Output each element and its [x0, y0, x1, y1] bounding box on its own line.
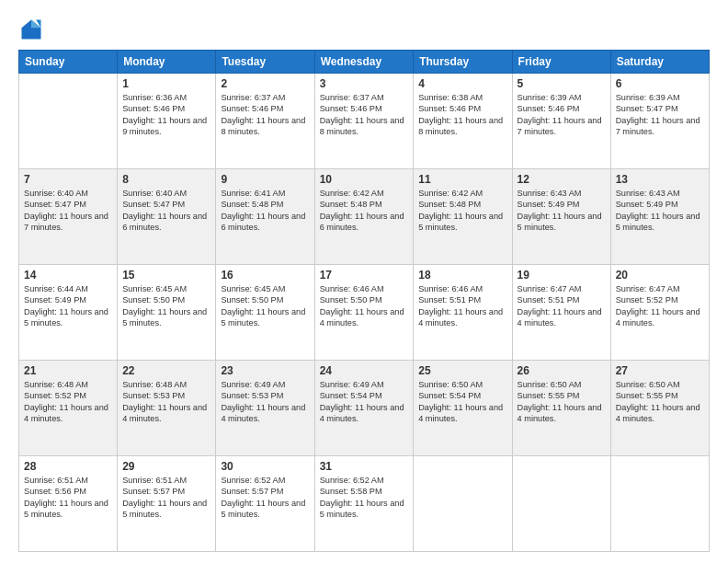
day-info: Sunrise: 6:45 AM Sunset: 5:50 PM Dayligh… [221, 283, 309, 329]
day-info: Sunrise: 6:50 AM Sunset: 5:55 PM Dayligh… [616, 379, 704, 425]
day-number: 25 [418, 364, 506, 377]
calendar-cell: 18Sunrise: 6:46 AM Sunset: 5:51 PM Dayli… [414, 265, 512, 361]
weekday-header: Wednesday [314, 51, 414, 74]
day-info: Sunrise: 6:49 AM Sunset: 5:54 PM Dayligh… [320, 379, 409, 425]
calendar-cell: 10Sunrise: 6:42 AM Sunset: 5:48 PM Dayli… [314, 169, 414, 265]
day-info: Sunrise: 6:46 AM Sunset: 5:50 PM Dayligh… [320, 283, 409, 329]
logo-icon [18, 17, 44, 42]
calendar-cell [414, 456, 512, 552]
day-number: 27 [616, 364, 704, 377]
calendar-week-row: 14Sunrise: 6:44 AM Sunset: 5:49 PM Dayli… [19, 265, 710, 361]
day-info: Sunrise: 6:40 AM Sunset: 5:47 PM Dayligh… [24, 188, 112, 234]
day-number: 18 [418, 269, 506, 282]
calendar-cell: 14Sunrise: 6:44 AM Sunset: 5:49 PM Dayli… [19, 265, 118, 361]
calendar-cell: 20Sunrise: 6:47 AM Sunset: 5:52 PM Dayli… [610, 265, 709, 361]
weekday-header: Friday [512, 51, 610, 74]
day-number: 5 [518, 77, 606, 90]
calendar-header-row: SundayMondayTuesdayWednesdayThursdayFrid… [19, 51, 710, 74]
day-number: 30 [221, 460, 309, 473]
day-number: 26 [518, 364, 606, 377]
calendar-cell [610, 456, 709, 552]
day-info: Sunrise: 6:37 AM Sunset: 5:46 PM Dayligh… [320, 92, 409, 138]
calendar-cell: 19Sunrise: 6:47 AM Sunset: 5:51 PM Dayli… [512, 265, 610, 361]
page: SundayMondayTuesdayWednesdayThursdayFrid… [0, 0, 728, 563]
calendar-cell: 6Sunrise: 6:39 AM Sunset: 5:47 PM Daylig… [610, 74, 709, 169]
calendar-cell: 15Sunrise: 6:45 AM Sunset: 5:50 PM Dayli… [118, 265, 216, 361]
day-number: 10 [320, 173, 409, 186]
day-info: Sunrise: 6:48 AM Sunset: 5:53 PM Dayligh… [122, 379, 210, 425]
weekday-header: Monday [118, 51, 216, 74]
calendar-cell: 25Sunrise: 6:50 AM Sunset: 5:54 PM Dayli… [414, 361, 512, 456]
calendar-cell: 1Sunrise: 6:36 AM Sunset: 5:46 PM Daylig… [118, 74, 216, 169]
calendar-cell: 4Sunrise: 6:38 AM Sunset: 5:46 PM Daylig… [414, 74, 512, 169]
day-info: Sunrise: 6:43 AM Sunset: 5:49 PM Dayligh… [616, 188, 704, 234]
calendar-cell: 21Sunrise: 6:48 AM Sunset: 5:52 PM Dayli… [19, 361, 118, 456]
calendar-cell: 16Sunrise: 6:45 AM Sunset: 5:50 PM Dayli… [216, 265, 314, 361]
day-info: Sunrise: 6:42 AM Sunset: 5:48 PM Dayligh… [320, 188, 409, 234]
day-info: Sunrise: 6:36 AM Sunset: 5:46 PM Dayligh… [122, 92, 210, 138]
calendar-cell: 23Sunrise: 6:49 AM Sunset: 5:53 PM Dayli… [216, 361, 314, 456]
day-info: Sunrise: 6:41 AM Sunset: 5:48 PM Dayligh… [221, 188, 309, 234]
logo [18, 17, 48, 42]
calendar-cell: 13Sunrise: 6:43 AM Sunset: 5:49 PM Dayli… [610, 169, 709, 265]
calendar-cell: 28Sunrise: 6:51 AM Sunset: 5:56 PM Dayli… [19, 456, 118, 552]
day-info: Sunrise: 6:39 AM Sunset: 5:47 PM Dayligh… [616, 92, 704, 138]
day-number: 11 [418, 173, 506, 186]
day-info: Sunrise: 6:45 AM Sunset: 5:50 PM Dayligh… [122, 283, 210, 329]
calendar-cell: 27Sunrise: 6:50 AM Sunset: 5:55 PM Dayli… [610, 361, 709, 456]
calendar-cell: 3Sunrise: 6:37 AM Sunset: 5:46 PM Daylig… [314, 74, 414, 169]
day-info: Sunrise: 6:43 AM Sunset: 5:49 PM Dayligh… [518, 188, 606, 234]
day-number: 3 [320, 77, 409, 90]
calendar-cell: 9Sunrise: 6:41 AM Sunset: 5:48 PM Daylig… [216, 169, 314, 265]
calendar-cell: 12Sunrise: 6:43 AM Sunset: 5:49 PM Dayli… [512, 169, 610, 265]
day-number: 31 [320, 460, 409, 473]
day-number: 2 [221, 77, 309, 90]
calendar-cell: 22Sunrise: 6:48 AM Sunset: 5:53 PM Dayli… [118, 361, 216, 456]
calendar-cell: 26Sunrise: 6:50 AM Sunset: 5:55 PM Dayli… [512, 361, 610, 456]
calendar-cell: 8Sunrise: 6:40 AM Sunset: 5:47 PM Daylig… [118, 169, 216, 265]
day-info: Sunrise: 6:38 AM Sunset: 5:46 PM Dayligh… [418, 92, 506, 138]
weekday-header: Thursday [414, 51, 512, 74]
calendar-cell: 17Sunrise: 6:46 AM Sunset: 5:50 PM Dayli… [314, 265, 414, 361]
day-number: 22 [122, 364, 210, 377]
day-number: 9 [221, 173, 309, 186]
day-info: Sunrise: 6:40 AM Sunset: 5:47 PM Dayligh… [122, 188, 210, 234]
day-number: 21 [24, 364, 112, 377]
day-number: 28 [24, 460, 112, 473]
day-number: 15 [122, 269, 210, 282]
day-number: 1 [122, 77, 210, 90]
calendar-week-row: 7Sunrise: 6:40 AM Sunset: 5:47 PM Daylig… [19, 169, 710, 265]
day-number: 6 [616, 77, 704, 90]
day-info: Sunrise: 6:47 AM Sunset: 5:52 PM Dayligh… [616, 283, 704, 329]
day-number: 16 [221, 269, 309, 282]
weekday-header: Saturday [610, 51, 709, 74]
calendar-cell: 5Sunrise: 6:39 AM Sunset: 5:46 PM Daylig… [512, 74, 610, 169]
day-info: Sunrise: 6:51 AM Sunset: 5:57 PM Dayligh… [122, 475, 210, 521]
day-info: Sunrise: 6:37 AM Sunset: 5:46 PM Dayligh… [221, 92, 309, 138]
day-info: Sunrise: 6:47 AM Sunset: 5:51 PM Dayligh… [518, 283, 606, 329]
day-number: 14 [24, 269, 112, 282]
calendar-cell: 2Sunrise: 6:37 AM Sunset: 5:46 PM Daylig… [216, 74, 314, 169]
day-info: Sunrise: 6:51 AM Sunset: 5:56 PM Dayligh… [24, 475, 112, 521]
day-number: 8 [122, 173, 210, 186]
day-number: 13 [616, 173, 704, 186]
weekday-header: Tuesday [216, 51, 314, 74]
day-number: 23 [221, 364, 309, 377]
calendar-week-row: 21Sunrise: 6:48 AM Sunset: 5:52 PM Dayli… [19, 361, 710, 456]
calendar-table: SundayMondayTuesdayWednesdayThursdayFrid… [18, 50, 710, 552]
day-info: Sunrise: 6:52 AM Sunset: 5:58 PM Dayligh… [320, 475, 409, 521]
calendar-cell: 24Sunrise: 6:49 AM Sunset: 5:54 PM Dayli… [314, 361, 414, 456]
day-number: 24 [320, 364, 409, 377]
calendar-cell [512, 456, 610, 552]
day-info: Sunrise: 6:46 AM Sunset: 5:51 PM Dayligh… [418, 283, 506, 329]
day-info: Sunrise: 6:50 AM Sunset: 5:54 PM Dayligh… [418, 379, 506, 425]
day-info: Sunrise: 6:39 AM Sunset: 5:46 PM Dayligh… [518, 92, 606, 138]
calendar-cell: 31Sunrise: 6:52 AM Sunset: 5:58 PM Dayli… [314, 456, 414, 552]
day-info: Sunrise: 6:42 AM Sunset: 5:48 PM Dayligh… [418, 188, 506, 234]
calendar-cell: 30Sunrise: 6:52 AM Sunset: 5:57 PM Dayli… [216, 456, 314, 552]
header [18, 17, 710, 42]
day-info: Sunrise: 6:52 AM Sunset: 5:57 PM Dayligh… [221, 475, 309, 521]
calendar-cell: 29Sunrise: 6:51 AM Sunset: 5:57 PM Dayli… [118, 456, 216, 552]
day-number: 20 [616, 269, 704, 282]
calendar-week-row: 28Sunrise: 6:51 AM Sunset: 5:56 PM Dayli… [19, 456, 710, 552]
